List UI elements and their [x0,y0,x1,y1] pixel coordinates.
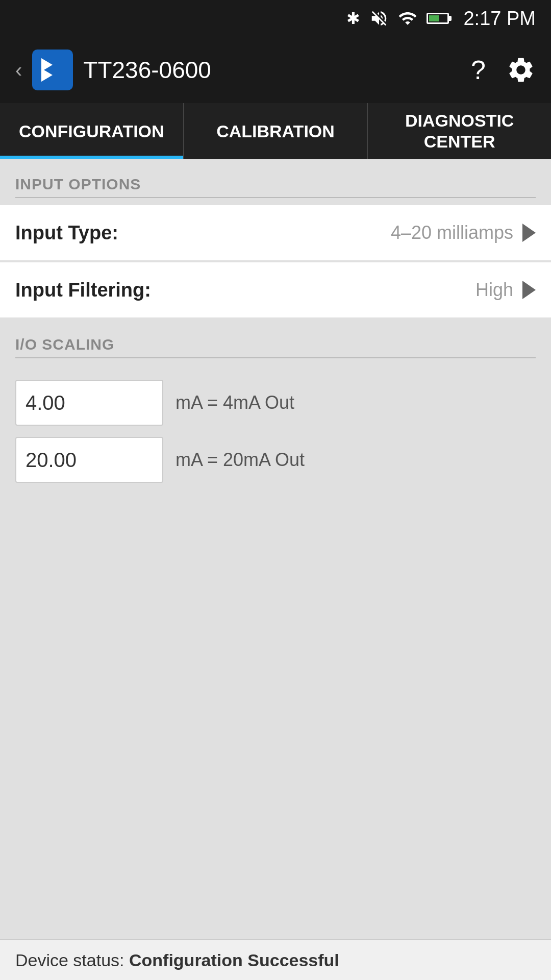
signal-icon [398,9,417,28]
battery-icon [427,13,449,24]
device-status-text: Device status: Configuration Successful [15,950,339,970]
tab-diagnostic[interactable]: DIAGNOSTIC CENTER [368,103,551,159]
tab-configuration[interactable]: CONFIGURATION [0,103,184,159]
input-filtering-label: Input Filtering: [15,279,475,301]
input-filtering-value: High [475,279,513,301]
io-scaling-divider [15,357,536,358]
status-time: 2:17 PM [463,8,536,30]
input-options-divider [15,197,536,198]
status-bar: ✱ 2:17 PM [0,0,551,37]
scaling-row-20ma: mA = 20mA Out [15,437,536,483]
content-area: INPUT OPTIONS Input Type: 4–20 milliamps… [0,159,551,538]
app-title: TT236-0600 [83,56,461,84]
input-options-title: INPUT OPTIONS [15,176,536,193]
bluetooth-icon: ✱ [346,9,360,28]
scaling-label-20ma: mA = 20mA Out [176,449,305,471]
scaling-row-4ma: mA = 4mA Out [15,380,536,426]
settings-button[interactable] [506,55,536,85]
app-logo [32,50,73,90]
scaling-input-20ma[interactable] [15,437,163,483]
input-type-value: 4–20 milliamps [391,222,513,243]
io-scaling-title: I/O SCALING [15,336,536,353]
input-type-row[interactable]: Input Type: 4–20 milliamps [0,205,551,261]
input-filtering-arrow [522,281,536,299]
input-type-arrow [522,224,536,242]
input-filtering-row[interactable]: Input Filtering: High [0,262,551,318]
back-button[interactable]: ‹ [15,59,22,82]
device-status-value: Configuration Successful [129,950,339,970]
input-type-label: Input Type: [15,222,391,244]
help-button[interactable]: ? [471,55,486,85]
mute-icon [369,9,389,28]
input-options-header: INPUT OPTIONS [0,159,551,205]
tab-calibration[interactable]: CALIBRATION [184,103,368,159]
scaling-label-4ma: mA = 4mA Out [176,392,294,413]
scaling-input-4ma[interactable] [15,380,163,426]
io-scaling-header: I/O SCALING [0,320,551,365]
status-bottom-bar: Device status: Configuration Successful [0,939,551,980]
tab-bar: CONFIGURATION CALIBRATION DIAGNOSTIC CEN… [0,103,551,159]
app-bar: ‹ TT236-0600 ? [0,37,551,103]
scaling-content: mA = 4mA Out mA = 20mA Out [0,365,551,497]
app-bar-actions: ? [471,55,536,85]
